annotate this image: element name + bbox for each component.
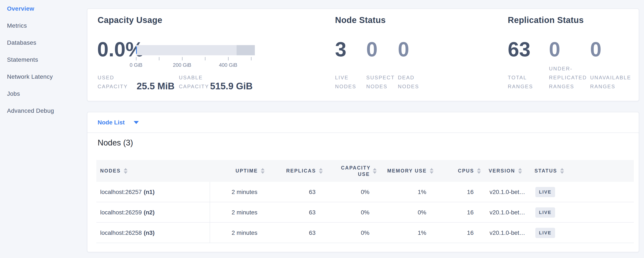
sidebar-item-statements[interactable]: Statements [7,54,38,65]
table-row-node-2[interactable]: localhost:26259(n2) 2 minutes 63 0% 0% 1… [96,202,634,223]
axis-tick [251,57,252,60]
version-cell: v20.1.0-bet… [490,223,525,243]
capacity-usage-bar [136,45,255,55]
cpus-cell: 16 [467,182,474,202]
memory-use-cell: 1% [418,182,426,202]
node-id: (n1) [144,189,154,195]
live-nodes-label: LIVE NODES [335,73,360,91]
capacity-use-cell: 0% [361,202,370,223]
column-header-replicas[interactable]: REPLICAS [286,160,323,182]
node-id: (n3) [144,229,154,236]
cpus-cell: 16 [467,202,474,223]
node-address-cell[interactable]: localhost:26257(n1) [100,182,154,202]
sort-icon [518,168,522,174]
status-badge: LIVE [535,187,555,197]
total-ranges-count: 63 [508,39,530,60]
usable-capacity-label: USABLE CAPACITY [179,73,211,91]
replicas-cell: 63 [309,202,316,223]
node-list-dropdown[interactable]: Node List [88,112,639,133]
sidebar: Overview Metrics Databases Statements Ne… [0,0,87,258]
column-header-capacity-use[interactable]: CAPACITY USE [341,160,377,182]
sidebar-item-overview[interactable]: Overview [7,4,34,14]
capacity-usage-title: Capacity Usage [98,15,162,25]
sort-icon [261,168,264,174]
suspect-nodes-count: 0 [366,39,378,60]
sidebar-item-network-latency[interactable]: Network Latency [7,71,53,82]
status-badge: LIVE [535,228,555,238]
axis-tick [159,57,159,60]
memory-use-cell: 0% [418,202,426,223]
axis-tick [205,57,206,60]
version-cell: v20.1.0-bet… [490,182,525,202]
unavailable-ranges-label: UNAVAILABLE RANGES [590,73,641,91]
replicas-cell: 63 [309,182,316,202]
capacity-bar-other-used-segment [236,45,255,55]
cpus-cell: 16 [467,223,474,243]
capacity-bar-used-segment [136,47,137,54]
capacity-use-cell: 0% [361,223,370,243]
unavailable-ranges-count: 0 [590,39,601,60]
sort-icon [477,168,481,174]
replication-status-title: Replication Status [508,15,584,25]
uptime-cell: 2 minutes [232,202,258,223]
axis-label-200: 200 GiB [173,62,192,68]
memory-use-cell: 1% [418,223,426,243]
status-cell: LIVE [535,202,555,223]
sort-icon [319,168,323,174]
sidebar-item-advanced-debug[interactable]: Advanced Debug [7,105,54,116]
column-header-cpus[interactable]: CPUS [458,160,481,182]
uptime-cell: 2 minutes [232,182,258,202]
axis-tick [228,57,228,60]
node-address-cell[interactable]: localhost:26259(n2) [100,202,154,223]
sort-icon [373,168,377,174]
suspect-nodes-label: SUSPECT NODES [366,73,392,91]
column-header-status[interactable]: STATUS [534,160,564,182]
sort-icon [124,168,128,174]
dead-nodes-label: DEAD NODES [398,73,423,91]
sidebar-item-jobs[interactable]: Jobs [7,88,20,99]
uptime-cell: 2 minutes [232,223,258,243]
axis-label-400: 400 GiB [219,62,238,68]
cluster-summary-card: Capacity Usage 0.0% 0 GiB 200 GiB 400 Gi… [87,9,639,101]
under-replicated-ranges-label: UNDER-REPLICATED RANGES [549,64,592,91]
usable-capacity-value: 515.9 GiB [210,81,253,91]
node-list-dropdown-label: Node List [98,119,125,126]
nodes-table-header: NODES UPTIME REPLICAS CAPACITY USE MEMOR… [96,160,634,182]
live-nodes-count: 3 [335,39,346,60]
nodes-column-divider [210,182,210,243]
sidebar-item-metrics[interactable]: Metrics [7,21,27,31]
node-status-title: Node Status [335,15,386,25]
column-header-version[interactable]: VERSION [489,160,522,182]
status-cell: LIVE [535,223,555,243]
node-address-cell[interactable]: localhost:26258(n3) [100,223,154,243]
axis-tick [136,57,136,60]
replicas-cell: 63 [309,223,316,243]
sidebar-item-databases[interactable]: Databases [7,37,36,48]
total-ranges-label: TOTAL RANGES [508,73,540,91]
table-row-node-1[interactable]: localhost:26257(n1) 2 minutes 63 0% 1% 1… [96,182,634,202]
chevron-down-icon [134,121,139,124]
version-cell: v20.1.0-bet… [490,202,525,223]
table-row-node-3[interactable]: localhost:26258(n3) 2 minutes 63 0% 1% 1… [96,223,634,243]
sort-icon [430,168,434,174]
dead-nodes-count: 0 [398,39,409,60]
axis-tick [182,57,182,60]
sort-icon [560,168,564,174]
used-capacity-value: 25.5 MiB [137,81,175,91]
status-badge: LIVE [535,207,555,218]
axis-label-0: 0 GiB [130,62,142,68]
under-replicated-ranges-count: 0 [549,39,560,60]
status-cell: LIVE [535,182,555,202]
node-list-card: Node List Nodes (3) NODES UPTIME REPLICA… [87,112,639,252]
capacity-use-cell: 0% [361,182,370,202]
node-id: (n2) [144,209,154,216]
nodes-count-heading: Nodes (3) [98,138,133,148]
column-header-memory-use[interactable]: MEMORY USE [387,160,434,182]
column-header-nodes[interactable]: NODES [100,160,128,182]
used-capacity-label: USED CAPACITY [98,73,130,91]
column-header-uptime[interactable]: UPTIME [236,160,264,182]
nodes-table: NODES UPTIME REPLICAS CAPACITY USE MEMOR… [96,160,634,243]
